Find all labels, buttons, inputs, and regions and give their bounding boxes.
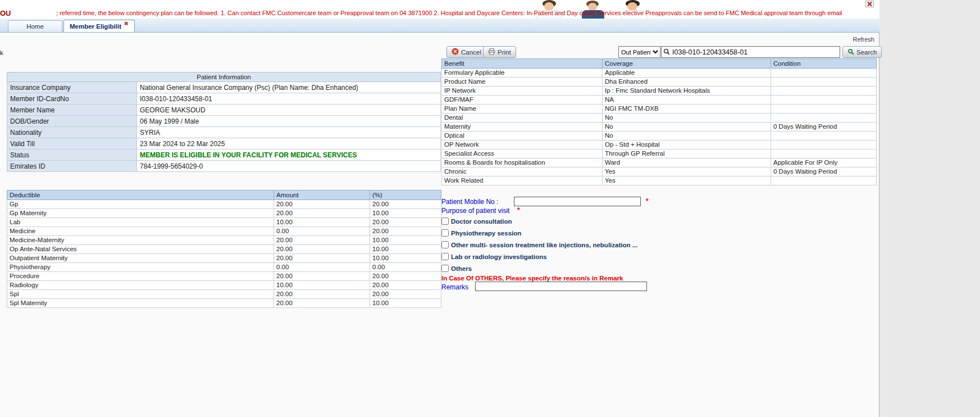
- deductible-header-cell: Deductible: [7, 191, 274, 200]
- brand-logo-fragment: OU: [0, 9, 11, 17]
- remarks-input[interactable]: [475, 282, 647, 291]
- patient-info-field-label: Member ID-CardNo: [7, 93, 137, 105]
- benefit-cell: Formulary Applicable: [442, 69, 603, 78]
- patient-info-row: DOB/Gender06 May 1999 / Male: [7, 116, 441, 127]
- cancel-icon: [452, 48, 459, 56]
- tab-home-label: Home: [26, 23, 44, 30]
- deductible-row: Gp20.0020.00: [7, 200, 441, 209]
- deductible-row: Medicine0.0020.00: [7, 227, 441, 236]
- patient-type-select[interactable]: Out Patient: [618, 46, 660, 58]
- deductible-cell: Spl Maternity: [7, 299, 274, 308]
- benefit-cell: Product Name: [442, 78, 603, 87]
- benefit-row: GDF/MAFNA: [442, 96, 877, 105]
- deductible-cell: Radiology: [7, 281, 274, 290]
- deductible-row: Physiotherapy0.000.00: [7, 263, 441, 272]
- benefit-cell: Rooms & Boards for hospitalisation: [442, 158, 603, 167]
- mobile-required-asterisk: *: [646, 197, 649, 205]
- tab-member-eligibility-label: Member Eligibilit: [70, 23, 121, 30]
- benefit-row: Specialist AccessThrough GP Referral: [442, 149, 877, 158]
- benefit-header-cell: Coverage: [603, 59, 771, 69]
- benefit-cell: Dental: [442, 114, 603, 123]
- deductible-cell: 20.00: [274, 236, 370, 245]
- deductible-row: Gp Maternity20.0010.00: [7, 209, 441, 218]
- benefit-header-cell: Condition: [771, 59, 877, 69]
- deductible-cell: Outpatient Maternity: [7, 254, 274, 263]
- patient-info-field-value: GEORGE MAKSOUD: [137, 105, 441, 116]
- patient-info-table: Patient Information Insurance CompanyNat…: [7, 72, 441, 172]
- deductible-cell: 20.00: [274, 245, 370, 254]
- purpose-option-checkbox[interactable]: [441, 265, 449, 272]
- deductible-cell: 20.00: [370, 200, 441, 209]
- search-button[interactable]: Search: [842, 46, 882, 58]
- deductible-cell: Medicine: [7, 227, 274, 236]
- print-button[interactable]: Print: [483, 46, 516, 58]
- deductible-cell: 10.00: [274, 218, 370, 227]
- benefit-row: IP NetworkIp : Fmc Standard Network Hosp…: [442, 87, 877, 96]
- benefit-cell: Dha Enhanced: [603, 78, 771, 87]
- purpose-option-row: Lab or radiology investigations: [441, 251, 756, 262]
- patient-mobile-input[interactable]: [514, 197, 641, 206]
- deductible-cell: Procedure: [7, 272, 274, 281]
- benefit-cell: [771, 140, 877, 149]
- deductible-cell: 0.00: [274, 263, 370, 272]
- benefit-cell: [771, 132, 877, 140]
- benefit-cell: IP Network: [442, 87, 603, 96]
- patient-info-field-label: Status: [7, 149, 137, 161]
- purpose-option-checkbox[interactable]: [441, 241, 449, 248]
- benefit-row: OpticalNo: [442, 132, 877, 140]
- benefit-cell: No: [603, 114, 771, 123]
- benefit-cell: Ward: [603, 158, 771, 167]
- patient-info-field-value: National General Insurance Company (Psc)…: [137, 82, 441, 93]
- patient-info-row: NationalitySYRIA: [7, 127, 441, 138]
- tab-member-eligibility[interactable]: Member Eligibilit ✖: [63, 20, 135, 32]
- benefit-cell: Through GP Referral: [603, 149, 771, 158]
- benefit-cell: [771, 96, 877, 105]
- patient-info-row: Insurance CompanyNational General Insura…: [7, 82, 441, 93]
- deductible-table: DeductibleAmount(%) Gp20.0020.00Gp Mater…: [7, 190, 441, 308]
- tab-close-icon[interactable]: ✖: [124, 21, 129, 26]
- patient-status-value: MEMBER IS ELIGIBLE IN YOUR FACILITY FOR …: [137, 149, 441, 161]
- benefit-row: Plan NameNGI FMC TM-DXB: [442, 105, 877, 114]
- purpose-option-label: Other multi- session treatment like inje…: [451, 242, 637, 248]
- deductible-row: Spl20.0020.00: [7, 290, 441, 299]
- purpose-option-row: Doctor consultation: [441, 215, 756, 227]
- deductible-cell: 20.00: [370, 218, 441, 227]
- benefit-cell: NGI FMC TM-DXB: [603, 105, 771, 114]
- cancel-button-label: Cancel: [461, 49, 481, 56]
- deductible-row: Outpatient Maternity20.0010.00: [7, 254, 441, 263]
- purpose-option-label: Doctor consultation: [451, 218, 512, 225]
- edge-text-fragment: k: [0, 49, 3, 56]
- benefit-row: OP NetworkOp - Std + Hospital: [442, 140, 877, 149]
- deductible-cell: Medicine-Maternity: [7, 236, 274, 245]
- deductible-cell: 20.00: [370, 281, 441, 290]
- purpose-option-checkbox[interactable]: [441, 253, 449, 260]
- benefit-cell: GDF/MAF: [442, 96, 603, 105]
- deductible-cell: 20.00: [274, 209, 370, 218]
- benefit-row: Work RelatedYes: [442, 176, 877, 185]
- deductible-cell: Gp: [7, 200, 274, 209]
- deductible-header-cell: (%): [370, 191, 441, 200]
- benefit-cell: No: [603, 132, 771, 140]
- benefit-table: BenefitCoverageCondition Formulary Appli…: [441, 58, 877, 185]
- purpose-of-visit-label: Purpose of patient visit: [441, 207, 509, 215]
- others-note: In Case Of OTHERS, Please specify the re…: [441, 275, 623, 282]
- purpose-option-checkbox[interactable]: [441, 229, 449, 237]
- patient-info-field-value: 06 May 1999 / Male: [137, 116, 441, 127]
- benefit-cell: Chronic: [442, 167, 603, 176]
- benefit-cell: Maternity: [442, 123, 603, 132]
- tab-home[interactable]: Home: [8, 20, 62, 32]
- benefit-cell: Applicable: [603, 69, 771, 78]
- benefit-cell: Plan Name: [442, 105, 603, 114]
- purpose-option-checkbox[interactable]: [441, 217, 449, 225]
- member-id-search-input[interactable]: [671, 48, 838, 57]
- member-id-search-box[interactable]: [661, 46, 840, 58]
- refresh-link[interactable]: Refresh: [853, 36, 874, 43]
- deductible-row: Medicine-Maternity20.0010.00: [7, 236, 441, 245]
- broken-image-icon[interactable]: [865, 1, 874, 8]
- patient-info-field-value: I038-010-120433458-01: [137, 93, 441, 105]
- deductible-cell: 0.00: [274, 227, 370, 236]
- tab-bar: Home Member Eligibilit ✖: [0, 19, 879, 33]
- deductible-cell: 20.00: [274, 290, 370, 299]
- cancel-button[interactable]: Cancel: [446, 46, 486, 58]
- patient-info-field-value: SYRIA: [137, 127, 441, 138]
